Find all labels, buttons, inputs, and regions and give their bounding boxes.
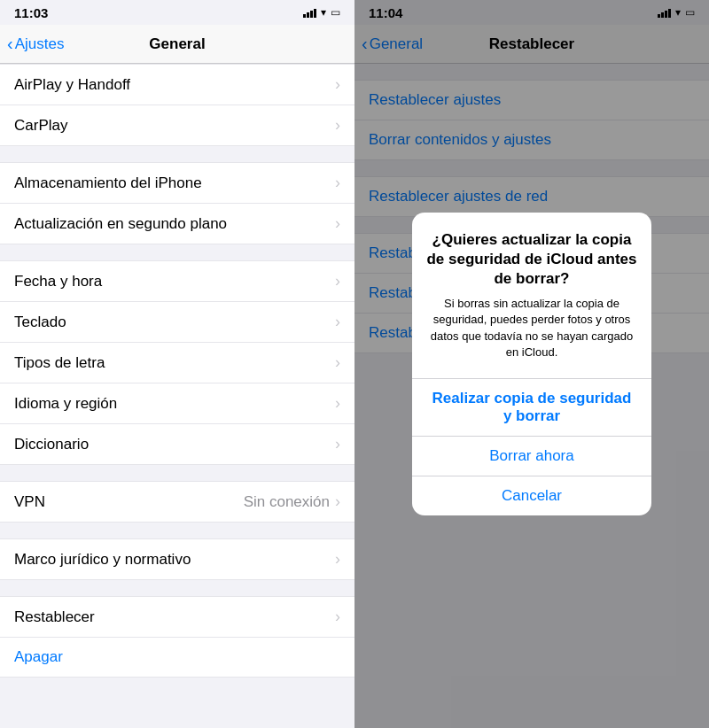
list-item-language[interactable]: Idioma y región › <box>0 383 354 424</box>
storage-right: › <box>335 174 340 192</box>
background-chevron: › <box>335 214 340 233</box>
left-back-label: Ajustes <box>15 35 65 53</box>
vpn-chevron: › <box>335 492 340 511</box>
right-panel: 11:04 ▾ ▭ ‹ General Restablecer Restable… <box>354 0 709 728</box>
list-item-airplay[interactable]: AirPlay y Handoff › <box>0 64 354 105</box>
list-item-datetime[interactable]: Fecha y hora › <box>0 260 354 302</box>
list-item-background[interactable]: Actualización en segundo plano › <box>0 204 354 244</box>
shutdown-label: Apagar <box>14 648 63 666</box>
list-item-carplay[interactable]: CarPlay › <box>0 105 354 146</box>
keyboard-label: Teclado <box>14 314 66 331</box>
gap-2 <box>0 244 354 260</box>
legal-label: Marco jurídico y normativo <box>14 551 191 569</box>
storage-chevron: › <box>335 174 340 192</box>
keyboard-chevron: › <box>335 313 340 331</box>
gap-4 <box>0 523 354 538</box>
list-item-storage[interactable]: Almacenamiento del iPhone › <box>0 162 354 204</box>
dictionary-label: Diccionario <box>14 436 89 453</box>
left-nav-bar: ‹ Ajustes General <box>0 25 354 64</box>
datetime-right: › <box>335 272 340 290</box>
datetime-chevron: › <box>335 272 340 290</box>
gap-3 <box>0 465 354 481</box>
left-section-5: Marco jurídico y normativo › <box>0 538 354 580</box>
list-item-reset[interactable]: Restablecer › <box>0 596 354 638</box>
left-battery-icon: ▭ <box>331 6 340 19</box>
left-signal-icon <box>303 7 316 18</box>
reset-right: › <box>335 608 340 626</box>
airplay-right: › <box>335 75 340 94</box>
storage-label: Almacenamiento del iPhone <box>14 174 202 192</box>
datetime-label: Fecha y hora <box>14 273 102 290</box>
keyboard-right: › <box>335 313 340 331</box>
language-label: Idioma y región <box>14 395 117 413</box>
left-panel: 11:03 ▾ ▭ ‹ Ajustes General AirPlay y Ha… <box>0 0 354 728</box>
carplay-chevron: › <box>335 116 340 135</box>
legal-chevron: › <box>335 550 340 569</box>
left-status-icons: ▾ ▭ <box>303 6 340 19</box>
fonts-right: › <box>335 353 340 372</box>
dialog-cancel-button[interactable]: Cancelar <box>412 476 651 515</box>
list-item-fonts[interactable]: Tipos de letra › <box>0 343 354 383</box>
left-section-2: Almacenamiento del iPhone › Actualizació… <box>0 162 354 244</box>
airplay-label: AirPlay y Handoff <box>14 76 130 94</box>
vpn-label: VPN <box>14 493 45 511</box>
gap-5 <box>0 580 354 596</box>
list-item-dictionary[interactable]: Diccionario › <box>0 424 354 465</box>
background-right: › <box>335 214 340 233</box>
left-time: 11:03 <box>14 5 48 20</box>
list-item-shutdown[interactable]: Apagar <box>0 638 354 678</box>
left-wifi-icon: ▾ <box>321 6 326 19</box>
list-item-keyboard[interactable]: Teclado › <box>0 302 354 343</box>
fonts-label: Tipos de letra <box>14 354 105 372</box>
carplay-right: › <box>335 116 340 135</box>
language-right: › <box>335 394 340 413</box>
left-back-button[interactable]: ‹ Ajustes <box>7 34 64 54</box>
legal-right: › <box>335 550 340 569</box>
list-item-vpn[interactable]: VPN Sin conexión › <box>0 481 354 523</box>
gap-6 <box>0 678 354 693</box>
vpn-value: Sin conexión <box>244 493 330 511</box>
airplay-chevron: › <box>335 75 340 94</box>
carplay-label: CarPlay <box>14 117 67 135</box>
dialog-content: ¿Quieres actualizar la copia de segurida… <box>412 213 651 368</box>
left-settings-list: AirPlay y Handoff › CarPlay › Almacenami… <box>0 64 354 728</box>
left-section-3: Fecha y hora › Teclado › Tipos de letra … <box>0 260 354 465</box>
vpn-right: Sin conexión › <box>244 492 340 511</box>
left-status-bar: 11:03 ▾ ▭ <box>0 0 354 25</box>
alert-dialog: ¿Quieres actualizar la copia de segurida… <box>412 213 651 515</box>
dictionary-right: › <box>335 435 340 453</box>
language-chevron: › <box>335 394 340 413</box>
reset-label: Restablecer <box>14 608 95 626</box>
dictionary-chevron: › <box>335 435 340 453</box>
list-item-legal[interactable]: Marco jurídico y normativo › <box>0 538 354 580</box>
fonts-chevron: › <box>335 353 340 372</box>
left-section-6: Restablecer › Apagar <box>0 596 354 678</box>
left-back-chevron: ‹ <box>7 34 13 54</box>
left-nav-title: General <box>149 35 205 53</box>
reset-chevron: › <box>335 608 340 626</box>
dialog-backup-button[interactable]: Realizar copia de seguridad y borrar <box>412 379 651 437</box>
left-section-1: AirPlay y Handoff › CarPlay › <box>0 64 354 146</box>
dialog-actions: Realizar copia de seguridad y borrar Bor… <box>412 378 651 515</box>
background-label: Actualización en segundo plano <box>14 215 227 233</box>
dialog-erase-button[interactable]: Borrar ahora <box>412 437 651 476</box>
gap-1 <box>0 146 354 162</box>
left-section-4: VPN Sin conexión › <box>0 481 354 523</box>
dialog-message: Si borras sin actualizar la copia de seg… <box>426 296 637 360</box>
dialog-overlay: ¿Quieres actualizar la copia de segurida… <box>354 0 709 728</box>
dialog-title: ¿Quieres actualizar la copia de segurida… <box>426 230 637 289</box>
